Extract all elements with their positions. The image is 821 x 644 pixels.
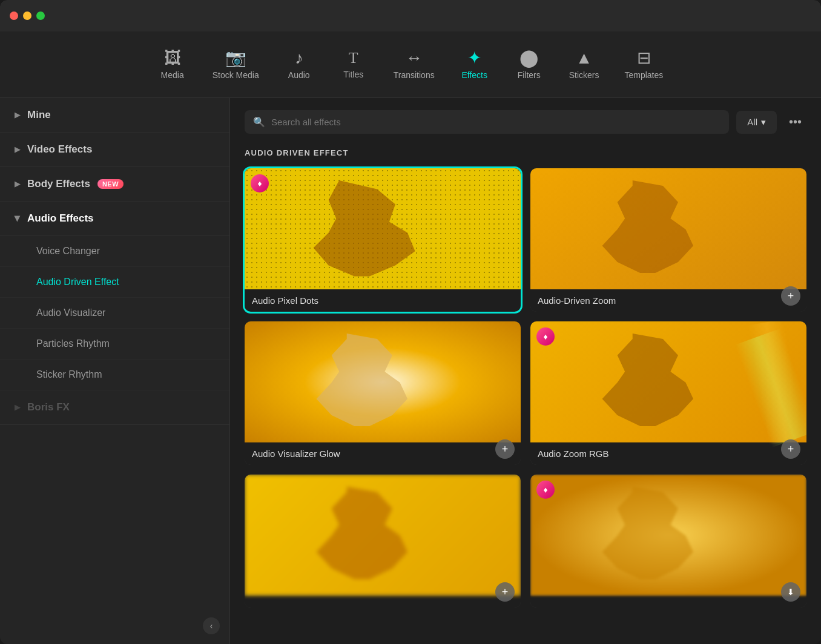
filter-button[interactable]: All ▾ — [736, 111, 777, 134]
effect-name-4: Audio Zoom RGB — [530, 442, 806, 465]
nav-label-audio: Audio — [288, 70, 310, 80]
effect-name-1: Audio Pixel Dots — [245, 289, 521, 312]
content-area: 🔍 All ▾ ••• AUDIO DRIVEN EFFECT ♦ — [230, 98, 821, 644]
section-title: AUDIO DRIVEN EFFECT — [245, 148, 806, 157]
effect-thumbnail-5 — [245, 475, 521, 596]
effect-card-audio-pixel-dots[interactable]: ♦ Audio Pixel Dots — [245, 168, 521, 312]
sidebar-item-boris-fx[interactable]: ▶ Boris FX — [0, 390, 229, 425]
search-input[interactable] — [271, 117, 720, 127]
close-button[interactable] — [10, 12, 18, 20]
nav-item-titles[interactable]: T Titles — [329, 45, 378, 84]
premium-badge-1: ♦ — [251, 174, 269, 192]
chevron-down-icon-ae: ▶ — [13, 216, 22, 222]
nav-item-filters[interactable]: ⬤ Filters — [505, 45, 553, 85]
sidebar-subitem-label-sticker-rhythm: Sticker Rhythm — [36, 369, 102, 380]
more-icon: ••• — [789, 115, 802, 128]
effect-card-6[interactable]: ♦ ⬇ — [530, 475, 806, 608]
media-icon: 🖼 — [164, 50, 181, 67]
sidebar: ▶ Mine ▶ Video Effects ▶ Body Effects NE… — [0, 98, 230, 644]
sidebar-item-audio-effects[interactable]: ▶ Audio Effects — [0, 202, 229, 236]
filters-icon: ⬤ — [519, 50, 538, 67]
sidebar-subitem-particles-rhythm[interactable]: Particles Rhythm — [0, 329, 229, 360]
effect-card-audio-driven-zoom[interactable]: + Audio-Driven Zoom — [530, 168, 806, 312]
effect-name-5 — [245, 596, 521, 608]
add-button-4[interactable]: + — [781, 439, 800, 459]
main-layout: ▶ Mine ▶ Video Effects ▶ Body Effects NE… — [0, 98, 821, 644]
stickers-icon: ▲ — [576, 50, 593, 67]
transitions-icon: ↔ — [406, 50, 423, 67]
nav-item-effects[interactable]: ✦ Effects — [450, 45, 499, 85]
search-icon: 🔍 — [253, 116, 265, 128]
sidebar-subitem-audio-visualizer[interactable]: Audio Visualizer — [0, 298, 229, 329]
nav-label-effects: Effects — [461, 70, 487, 80]
effect-card-5[interactable]: + — [245, 475, 521, 608]
nav-item-stock-media[interactable]: 📷 Stock Media — [203, 45, 269, 85]
add-button-5[interactable]: + — [495, 582, 515, 602]
more-options-button[interactable]: ••• — [784, 110, 806, 134]
sidebar-item-label-body-effects: Body Effects — [27, 178, 90, 190]
collapse-icon: ‹ — [210, 621, 213, 631]
premium-badge-6: ♦ — [536, 481, 555, 499]
sidebar-collapse-button[interactable]: ‹ — [203, 617, 220, 634]
diamond-icon: ♦ — [257, 179, 262, 188]
sidebar-item-label-video-effects: Video Effects — [27, 143, 92, 156]
sidebar-subitem-label-audio-visualizer: Audio Visualizer — [36, 307, 105, 318]
search-bar: 🔍 All ▾ ••• — [245, 110, 806, 134]
effect-thumbnail-3 — [245, 321, 521, 442]
stock-media-icon: 📷 — [225, 50, 246, 67]
effect-thumbnail-1 — [245, 168, 521, 289]
sidebar-subitem-label-voice-changer: Voice Changer — [36, 246, 100, 256]
effect-name-3: Audio Visualizer Glow — [245, 442, 521, 465]
nav-label-media: Media — [161, 70, 184, 80]
chevron-right-icon-ve: ▶ — [15, 145, 20, 154]
sidebar-subitem-voice-changer[interactable]: Voice Changer — [0, 236, 229, 267]
new-badge: NEW — [97, 179, 124, 189]
sidebar-item-label-boris-fx: Boris FX — [27, 401, 70, 413]
minimize-button[interactable] — [23, 12, 31, 20]
sidebar-item-body-effects[interactable]: ▶ Body Effects NEW — [0, 167, 229, 202]
sidebar-item-video-effects[interactable]: ▶ Video Effects — [0, 133, 229, 167]
effect-name-2: Audio-Driven Zoom — [530, 289, 806, 312]
sidebar-item-label-mine: Mine — [27, 109, 51, 121]
titlebar — [0, 0, 821, 31]
titles-icon: T — [349, 50, 358, 66]
chevron-right-icon-bfx: ▶ — [15, 403, 20, 412]
sidebar-subitem-audio-driven-effect[interactable]: Audio Driven Effect — [0, 267, 229, 298]
effect-thumbnail-6 — [530, 475, 806, 596]
nav-label-titles: Titles — [343, 70, 363, 79]
nav-item-audio[interactable]: ♪ Audio — [275, 45, 323, 85]
sidebar-item-label-audio-effects: Audio Effects — [27, 212, 94, 225]
nav-label-stickers: Stickers — [569, 70, 599, 80]
effect-card-audio-zoom-rgb[interactable]: ♦ + Audio Zoom RGB — [530, 321, 806, 465]
nav-label-templates: Templates — [624, 70, 663, 80]
nav-item-transitions[interactable]: ↔ Transitions — [384, 45, 444, 85]
nav-item-stickers[interactable]: ▲ Stickers — [559, 45, 609, 85]
maximize-button[interactable] — [36, 12, 45, 20]
add-button-3[interactable]: + — [495, 439, 515, 459]
search-input-wrap: 🔍 — [245, 110, 729, 134]
chevron-right-icon-be: ▶ — [15, 180, 20, 188]
top-navigation: 🖼 Media 📷 Stock Media ♪ Audio T Titles ↔… — [0, 31, 821, 98]
effects-grid: ♦ Audio Pixel Dots + Audio-Driven Zoom +… — [245, 168, 806, 608]
effect-thumbnail-2 — [530, 168, 806, 289]
add-button-2[interactable]: + — [781, 286, 800, 306]
sidebar-item-mine[interactable]: ▶ Mine — [0, 98, 229, 133]
nav-label-stock-media: Stock Media — [213, 70, 259, 80]
chevron-right-icon: ▶ — [15, 111, 20, 119]
effect-name-6 — [530, 596, 806, 608]
chevron-down-icon: ▾ — [761, 117, 766, 128]
nav-item-templates[interactable]: ⊟ Templates — [615, 45, 673, 85]
diamond-icon-4: ♦ — [543, 332, 547, 341]
premium-badge-4: ♦ — [536, 327, 555, 346]
sidebar-subitem-sticker-rhythm[interactable]: Sticker Rhythm — [0, 360, 229, 390]
filter-label: All — [747, 117, 757, 127]
effect-card-audio-visualizer-glow[interactable]: + Audio Visualizer Glow — [245, 321, 521, 465]
nav-label-filters: Filters — [518, 70, 541, 80]
download-button-6[interactable]: ⬇ — [781, 582, 800, 602]
diamond-icon-6: ♦ — [543, 485, 547, 494]
effects-icon: ✦ — [467, 50, 481, 67]
nav-item-media[interactable]: 🖼 Media — [148, 45, 197, 85]
sidebar-subitem-label-audio-driven-effect: Audio Driven Effect — [36, 277, 119, 287]
sidebar-subitem-label-particles-rhythm: Particles Rhythm — [36, 338, 110, 349]
templates-icon: ⊟ — [637, 50, 651, 67]
